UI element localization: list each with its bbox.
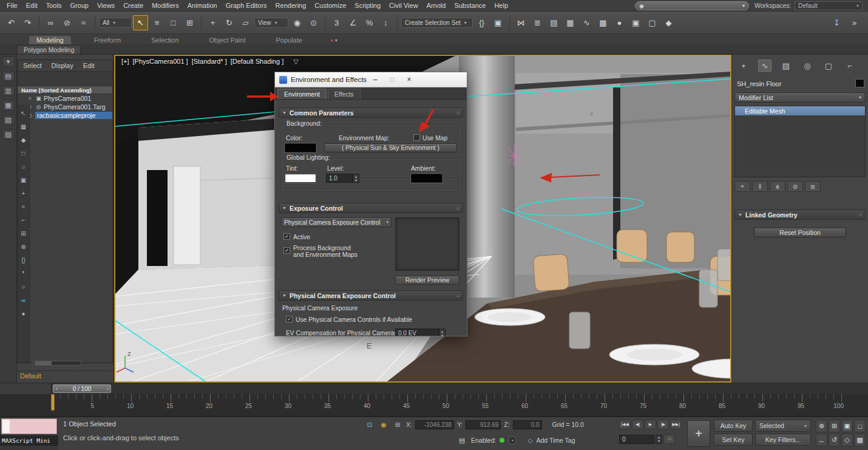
account-dropdown[interactable]: ◉ ▾ xyxy=(635,1,749,10)
ribbon-overflow-icon[interactable]: ●▾ xyxy=(330,38,337,44)
maximize-viewport-icon[interactable]: ▩ xyxy=(854,434,866,446)
layer-dock-icon[interactable]: ▥ xyxy=(2,86,15,96)
create-tab-icon[interactable]: + xyxy=(737,60,750,72)
geometry-filter-icon[interactable]: ◆ xyxy=(19,135,29,145)
unlink-selection-icon[interactable]: ⊘ xyxy=(59,15,75,30)
orbit-icon[interactable]: ↺ xyxy=(829,434,840,446)
selection-filter-dropdown[interactable]: All▾ xyxy=(99,18,132,28)
isolate-selection-icon[interactable]: ▣ xyxy=(490,15,506,30)
frozen-filter-icon[interactable]: * xyxy=(19,268,29,278)
explorer-menu-item[interactable]: Display xyxy=(52,62,73,69)
go-to-end-icon[interactable]: ▶▶| xyxy=(670,420,682,429)
set-keys-button[interactable]: + xyxy=(687,420,710,447)
materials-filter-icon[interactable]: ● xyxy=(19,309,29,318)
environment-map-button[interactable]: ( Physical Sun & Sky Environment ) xyxy=(324,143,457,152)
fov-icon[interactable]: ◇ xyxy=(841,434,853,446)
rectangular-selection-icon[interactable]: □ xyxy=(166,15,181,30)
keyboard-shortcut-override-icon[interactable]: ▤ xyxy=(456,435,467,445)
ribbon-tab[interactable]: Freeform xyxy=(87,36,129,44)
ambient-swatch[interactable] xyxy=(411,174,442,183)
select-object-icon[interactable]: ↖ xyxy=(133,15,148,30)
curve-editor-icon[interactable]: ∿ xyxy=(579,15,594,30)
xrefs-filter-icon[interactable]: ⊗ xyxy=(19,242,29,251)
viewport-general-menu[interactable]: [+] xyxy=(121,58,129,66)
maximize-button[interactable]: □ xyxy=(384,72,401,87)
dock-icon-4[interactable]: ▧ xyxy=(2,115,15,125)
viewport-layout-tabs-icon[interactable]: ▾ xyxy=(2,56,15,67)
menu-item[interactable]: Substance xyxy=(450,2,490,9)
rollout-common-parameters[interactable]: ▼ Common Parameters ≡ xyxy=(279,107,463,118)
menu-item[interactable]: Customize xyxy=(310,2,350,9)
snaps-toggle-icon[interactable]: 3 xyxy=(329,15,344,30)
shapes-filter-icon[interactable]: □ xyxy=(19,148,29,158)
ribbon-tab[interactable]: Populate xyxy=(268,36,309,44)
menu-item[interactable]: Arnold xyxy=(422,2,450,9)
close-button[interactable]: × xyxy=(401,72,418,87)
selection-sets-filter-icon[interactable]: {} xyxy=(19,255,29,265)
workspace-dropdown[interactable]: Default ▾ xyxy=(795,1,863,10)
key-set-dropdown[interactable]: Selected ▾ xyxy=(755,420,811,432)
select-and-manipulate-icon[interactable]: ⊙ xyxy=(306,15,321,30)
menu-item[interactable]: Civil View xyxy=(385,2,422,9)
selection-lock-toggle[interactable]: ● xyxy=(508,436,517,445)
align-icon[interactable]: ≣ xyxy=(530,15,545,30)
next-frame-nub[interactable]: › xyxy=(104,386,110,392)
explorer-menu-item[interactable]: Edit xyxy=(83,62,95,69)
active-checkbox[interactable]: ✓ xyxy=(283,233,290,240)
modify-tab-icon[interactable]: ∿ xyxy=(758,60,771,72)
scene-explorer-dock-icon[interactable]: ▤ xyxy=(2,71,15,81)
per-view-filter-icon[interactable]: ▽ xyxy=(293,58,298,66)
next-frame-icon[interactable]: |▶ xyxy=(657,420,669,429)
use-physical-camera-controls-checkbox[interactable]: ✓ xyxy=(286,316,293,322)
menu-item[interactable]: Rendering xyxy=(271,2,311,9)
display-tab-icon[interactable]: ▢ xyxy=(822,60,835,72)
ribbon-tab[interactable]: Selection xyxy=(144,36,186,44)
menu-item[interactable]: Edit xyxy=(22,2,42,9)
menu-item[interactable]: Help xyxy=(490,2,512,9)
viewport-shading-menu[interactable]: [Default Shading ] xyxy=(231,58,283,66)
menu-item[interactable]: Modifiers xyxy=(147,2,183,9)
ribbon-tab[interactable]: Object Paint xyxy=(202,36,253,44)
bones-filter-icon[interactable]: ⌐ xyxy=(19,215,29,225)
level-field[interactable]: 1.0 xyxy=(326,174,353,183)
use-map-checkbox[interactable] xyxy=(413,134,420,141)
zoom-all-icon[interactable]: ⊞ xyxy=(829,420,840,432)
menu-item[interactable]: Views xyxy=(93,2,119,9)
object-color-swatch[interactable] xyxy=(855,79,864,87)
ev-compensation-field[interactable]: 0.0 EV xyxy=(395,329,439,336)
use-pivot-center-icon[interactable]: ◉ xyxy=(290,15,305,30)
spacewarps-filter-icon[interactable]: ≈ xyxy=(19,202,29,211)
track-bar[interactable]: 5101520253035404550556065707580859095100 xyxy=(0,394,868,417)
maxscript-mini-listener[interactable]: MAXScript Mini xyxy=(0,417,58,450)
render-preview-button[interactable]: Render Preview xyxy=(395,276,459,285)
cameras-filter-icon[interactable]: ▣ xyxy=(19,175,29,185)
selection-region-icon[interactable]: ⊡ xyxy=(364,420,375,429)
rollout-physical-camera-exposure[interactable]: ▼ Physical Camera Exposure Control ≡ xyxy=(279,290,463,301)
menu-item[interactable]: Create xyxy=(119,2,147,9)
zoom-extents-icon[interactable]: ▣ xyxy=(841,420,853,432)
render-setup-icon[interactable]: ▣ xyxy=(628,15,643,30)
menu-item[interactable]: Graph Editors xyxy=(222,2,271,9)
reset-position-button[interactable]: Reset Position xyxy=(754,228,846,237)
zoom-region-icon[interactable]: □ xyxy=(854,420,866,432)
level-spinner[interactable]: ▴▾ xyxy=(353,174,359,183)
stack-item-editable-mesh[interactable]: Editable Mesh xyxy=(735,106,865,115)
dock-icon-3[interactable]: ▦ xyxy=(2,100,15,111)
menu-item[interactable]: Tools xyxy=(42,2,66,9)
reference-coordinate-dropdown[interactable]: View▾ xyxy=(254,18,288,28)
named-selection-sets-icon[interactable]: {} xyxy=(474,15,489,30)
slider-handle[interactable] xyxy=(35,361,52,365)
viewport-standard-menu[interactable]: [Standard* ] xyxy=(192,58,227,66)
polygon-modeling-panel-tab[interactable]: Polygon Modeling xyxy=(17,45,81,54)
go-to-start-icon[interactable]: |◀◀ xyxy=(619,420,631,429)
explorer-zoom-slider[interactable] xyxy=(33,361,81,366)
menu-item[interactable]: Animation xyxy=(183,2,222,9)
lock-selection-icon[interactable]: ◉ xyxy=(378,420,389,429)
angle-snap-icon[interactable]: ∠ xyxy=(345,15,361,30)
create-selection-set-dropdown[interactable]: Create Selection Set▾ xyxy=(401,18,473,28)
exposure-control-dropdown[interactable]: Physical Camera Exposure Control ▾ xyxy=(281,217,392,227)
default-layer-field[interactable]: Default xyxy=(17,370,113,380)
previous-frame-nub[interactable]: ‹ xyxy=(53,386,59,392)
play-icon[interactable]: ▶ xyxy=(645,420,656,429)
ribbon-toggle-icon[interactable]: ▦ xyxy=(563,15,578,30)
